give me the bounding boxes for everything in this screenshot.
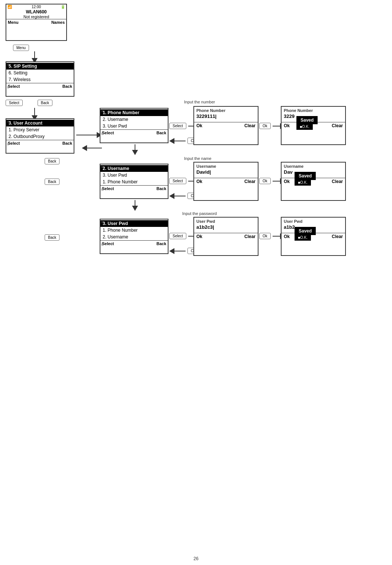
up-input-clear[interactable]: Clear: [244, 234, 256, 239]
pn-select-button[interactable]: Select: [169, 123, 186, 129]
pn-menu-item3[interactable]: 3. User Pwd: [100, 123, 168, 129]
username-back-button[interactable]: Back: [45, 179, 60, 185]
pn-menu-item1[interactable]: 1. Phone Number: [100, 109, 168, 116]
uns-label: Username: [284, 164, 343, 168]
input-name-hint: Input the name: [184, 156, 211, 161]
un-input-content: Username David|: [194, 163, 258, 176]
pn-footer: Select Back: [100, 129, 168, 136]
input-number-hint: Input the number: [184, 100, 215, 104]
username-input-screen: Username David| Ok Clear: [193, 162, 258, 201]
sip-select-button[interactable]: Select: [6, 100, 23, 106]
pi-char-ua: π: [7, 120, 9, 123]
phone-model: WLAN600: [6, 9, 66, 15]
ua-menu-item1[interactable]: 3. User Account: [6, 120, 74, 126]
phone-number-menu-screen: π 1. Phone Number 2. Username 3. User Pw…: [100, 108, 168, 143]
pn-input-label: Phone Number: [196, 108, 256, 113]
username-saved-screen: Username Dav Saved ■O.K. Ok Clear: [281, 162, 346, 201]
phone-names-label: Names: [51, 20, 65, 25]
phone-status: Not registered: [6, 15, 66, 19]
up-back-label: Back: [157, 241, 166, 246]
up-input-footer: Ok Clear: [194, 233, 258, 240]
un-footer: Select Back: [100, 185, 168, 192]
un-menu-item1[interactable]: 2. Username: [100, 165, 168, 172]
un-menu-item3[interactable]: 1. Phone Number: [100, 179, 168, 185]
sip-menu-item1[interactable]: 5. SIP Setting: [6, 63, 74, 70]
up-ok-button[interactable]: Ok: [259, 233, 271, 239]
ups-clear[interactable]: Clear: [332, 234, 343, 239]
ua-back-button[interactable]: Back: [45, 158, 60, 164]
up-menu-item2[interactable]: 1. Phone Number: [100, 227, 168, 234]
sip-menu-item3[interactable]: 7. Wireless: [6, 76, 74, 83]
userpwd-saved-screen: User Pwd a1b2 Saved ■O.K. Ok Clear: [281, 217, 346, 256]
ups-ok[interactable]: Ok: [284, 234, 290, 239]
un-input-footer: Ok Clear: [194, 178, 258, 185]
un-input-value[interactable]: David|: [196, 169, 256, 175]
username-saved-overlay: Saved: [295, 172, 316, 180]
sip-back-button[interactable]: Back: [38, 100, 52, 106]
up-input-value[interactable]: a1b2c3|: [196, 224, 256, 230]
pn-input-ok[interactable]: Ok: [196, 123, 202, 128]
pn-select-label: Select: [102, 131, 114, 135]
pn-ok-button[interactable]: Ok: [259, 123, 271, 129]
un-input-clear[interactable]: Clear: [244, 179, 256, 184]
theta-char-sip: θ: [7, 86, 9, 89]
userpwd-input-screen: User Pwd a1b2c3| Ok Clear: [193, 217, 258, 256]
up-input-ok[interactable]: Ok: [196, 234, 202, 239]
up-select-label: Select: [102, 241, 114, 246]
saved-overlay: Saved: [296, 116, 318, 124]
pn-menu-item2[interactable]: 2. Username: [100, 116, 168, 123]
un-ok-button[interactable]: Ok: [259, 178, 271, 184]
pi-char-pn: π: [101, 109, 103, 113]
theta-char-pn: θ: [101, 132, 103, 136]
userpwd-menu-screen: π 3. User Pwd 1. Phone Number 2. Usernam…: [100, 219, 168, 254]
pns-ok[interactable]: Ok: [284, 123, 290, 128]
user-account-screen: π 3. User Account 1. Proxy Server 2. Out…: [6, 118, 74, 154]
up-menu-item1[interactable]: 3. User Pwd: [100, 220, 168, 227]
phone-number-input-screen: Phone Number 3229111| Ok Clear: [193, 106, 258, 145]
page-number: 26: [193, 556, 198, 561]
userpwd-back-button[interactable]: Back: [45, 234, 60, 241]
theta-char-un: θ: [101, 188, 103, 192]
sip-footer: Select Back: [6, 83, 74, 89]
uns-ok[interactable]: Ok: [284, 179, 290, 184]
pn-back-label: Back: [157, 131, 166, 135]
menu-button[interactable]: Menu: [13, 45, 29, 51]
theta-char-up: θ: [101, 243, 103, 247]
sip-select-label: Select: [8, 84, 20, 89]
pn-input-value[interactable]: 3229111|: [196, 113, 256, 119]
pns-clear[interactable]: Clear: [332, 123, 343, 128]
signal-icon: 📶: [7, 5, 12, 9]
up-footer: Select Back: [100, 240, 168, 247]
un-input-label: Username: [196, 164, 256, 168]
up-menu-item3[interactable]: 2. Username: [100, 234, 168, 240]
username-menu-screen: π 2. Username 3. User Pwd 1. Phone Numbe…: [100, 164, 168, 199]
theta-char-ua: θ: [7, 142, 9, 146]
ua-select-label: Select: [8, 141, 20, 145]
ua-menu-item3[interactable]: 2. OutboundProxy: [6, 133, 74, 140]
sip-menu-item2[interactable]: 6. Setting: [6, 70, 74, 76]
time-display: 12:00: [32, 5, 41, 9]
pn-input-content: Phone Number 3229111|: [194, 107, 258, 121]
phone-number-saved-screen: Phone Number 3229 Saved ■O.K. Ok Clear: [281, 106, 346, 145]
un-menu-item2[interactable]: 3. User Pwd: [100, 172, 168, 179]
up-select-button[interactable]: Select: [169, 233, 186, 239]
pn-input-footer: Ok Clear: [194, 122, 258, 129]
up-input-label: User Pwd: [196, 219, 256, 224]
battery-icon: 🔋: [61, 5, 65, 9]
uns-clear[interactable]: Clear: [332, 179, 343, 184]
pn-input-clear[interactable]: Clear: [244, 123, 256, 128]
phone-menu-label: Menu: [8, 20, 19, 25]
pi-char-un: π: [101, 165, 103, 169]
ua-menu-item2[interactable]: 1. Proxy Server: [6, 126, 74, 133]
ups-label: User Pwd: [284, 219, 343, 224]
ua-back-label: Back: [62, 141, 72, 145]
input-pwd-hint: Input the password: [182, 211, 217, 216]
un-input-ok[interactable]: Ok: [196, 179, 202, 184]
username-ok-overlay: ■O.K.: [295, 179, 311, 186]
phone-footer: Menu Names: [6, 19, 66, 25]
pns-label: Phone Number: [284, 108, 343, 113]
userpwd-saved-overlay: Saved: [295, 227, 316, 235]
un-select-button[interactable]: Select: [169, 178, 186, 184]
un-back-label: Back: [157, 186, 166, 191]
sip-setting-screen: π 5. SIP Setting 6. Setting 7. Wireless …: [6, 61, 74, 97]
